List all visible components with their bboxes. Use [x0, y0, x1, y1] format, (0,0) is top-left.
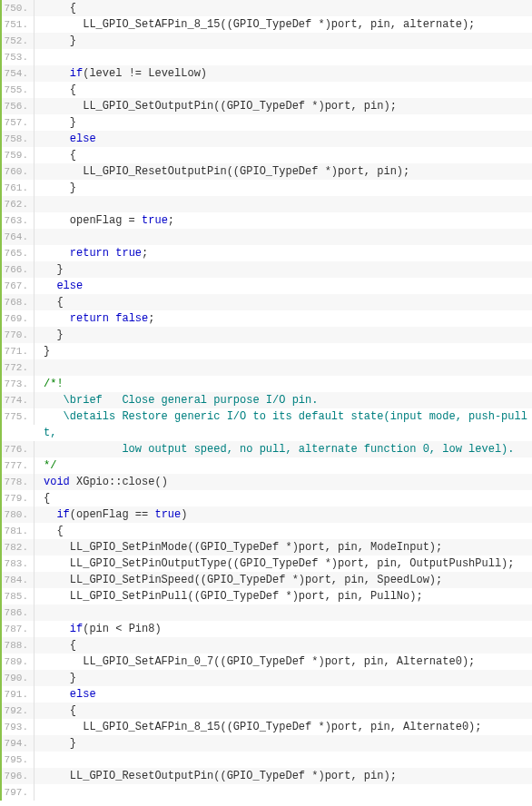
code-content[interactable]: [38, 229, 532, 245]
code-line[interactable]: 775. \details Restore generic I/O to its…: [2, 408, 532, 425]
code-line[interactable]: 765. return true;: [2, 245, 532, 261]
code-content[interactable]: else: [38, 278, 532, 294]
code-content[interactable]: [38, 604, 532, 621]
code-content[interactable]: LL_GPIO_ResetOutputPin((GPIO_TypeDef *)p…: [38, 768, 532, 784]
code-line[interactable]: 788. {: [2, 637, 532, 654]
code-content[interactable]: \brief Close general purpose I/O pin.: [38, 392, 532, 408]
code-line[interactable]: 750. {: [2, 0, 532, 16]
code-content[interactable]: }: [38, 670, 532, 686]
code-line[interactable]: 790. }: [2, 670, 532, 686]
code-line[interactable]: 785. LL_GPIO_SetPinPull((GPIO_TypeDef *)…: [2, 588, 532, 604]
code-content[interactable]: }: [38, 180, 532, 196]
code-content[interactable]: {: [38, 82, 532, 98]
code-content[interactable]: {: [38, 490, 532, 506]
code-line[interactable]: 791. else: [2, 686, 532, 703]
code-line[interactable]: 756. LL_GPIO_SetOutputPin((GPIO_TypeDef …: [2, 98, 532, 114]
code-content[interactable]: if(level != LevelLow): [38, 65, 532, 82]
code-line[interactable]: 754. if(level != LevelLow): [2, 65, 532, 82]
code-line[interactable]: 794. }: [2, 735, 532, 752]
code-line[interactable]: 758. else: [2, 131, 532, 147]
code-line[interactable]: 793. LL_GPIO_SetAFPin_8_15((GPIO_TypeDef…: [2, 719, 532, 735]
code-content[interactable]: /*!: [38, 376, 532, 392]
code-line[interactable]: 773./*!: [2, 376, 532, 392]
code-line[interactable]: 782. LL_GPIO_SetPinMode((GPIO_TypeDef *)…: [2, 539, 532, 555]
code-line[interactable]: 772.: [2, 359, 532, 376]
code-content[interactable]: LL_GPIO_SetPinPull((GPIO_TypeDef *)port,…: [38, 588, 532, 604]
code-line[interactable]: 760. LL_GPIO_ResetOutputPin((GPIO_TypeDe…: [2, 163, 532, 180]
code-content[interactable]: }: [38, 343, 532, 359]
code-content[interactable]: */: [38, 457, 532, 474]
code-content[interactable]: LL_GPIO_SetPinMode((GPIO_TypeDef *)port,…: [38, 539, 532, 555]
code-content[interactable]: return false;: [38, 310, 532, 327]
code-line[interactable]: 770. }: [2, 327, 532, 343]
code-line[interactable]: 767. else: [2, 278, 532, 294]
code-line[interactable]: 776. low output speed, no pull, alternat…: [2, 441, 532, 457]
code-line[interactable]: 763. openFlag = true;: [2, 212, 532, 229]
code-content[interactable]: [38, 359, 532, 376]
code-content[interactable]: else: [38, 131, 532, 147]
code-line[interactable]: 795.: [2, 752, 532, 768]
code-line[interactable]: 787. if(pin < Pin8): [2, 621, 532, 637]
code-line[interactable]: 780. if(openFlag == true): [2, 506, 532, 523]
code-content[interactable]: \details Restore generic I/O to its defa…: [38, 408, 532, 425]
code-content[interactable]: LL_GPIO_SetAFPin_8_15((GPIO_TypeDef *)po…: [38, 719, 532, 735]
code-line[interactable]: 768. {: [2, 294, 532, 310]
code-content[interactable]: [38, 49, 532, 65]
code-line[interactable]: 759. {: [2, 147, 532, 163]
code-line[interactable]: 764.: [2, 229, 532, 245]
code-content[interactable]: {: [38, 147, 532, 163]
code-line[interactable]: 796. LL_GPIO_ResetOutputPin((GPIO_TypeDe…: [2, 768, 532, 784]
code-line[interactable]: 752. }: [2, 33, 532, 49]
code-content[interactable]: LL_GPIO_SetPinSpeed((GPIO_TypeDef *)port…: [38, 572, 532, 588]
code-line[interactable]: 753.: [2, 49, 532, 65]
code-content[interactable]: }: [38, 33, 532, 49]
code-content[interactable]: if(openFlag == true): [38, 506, 532, 523]
code-content[interactable]: }: [38, 114, 532, 131]
code-content[interactable]: LL_GPIO_SetAFPin_8_15((GPIO_TypeDef *)po…: [38, 16, 532, 33]
code-line[interactable]: 769. return false;: [2, 310, 532, 327]
code-content[interactable]: {: [38, 294, 532, 310]
code-line[interactable]: 779.{: [2, 490, 532, 506]
code-line[interactable]: 771.}: [2, 343, 532, 359]
code-line[interactable]: 778.void XGpio::close(): [2, 474, 532, 490]
code-line[interactable]: 757. }: [2, 114, 532, 131]
code-content[interactable]: LL_GPIO_SetPinOutputType((GPIO_TypeDef *…: [38, 555, 532, 572]
code-content[interactable]: else: [38, 686, 532, 703]
code-content[interactable]: [38, 196, 532, 212]
code-line[interactable]: 774. \brief Close general purpose I/O pi…: [2, 392, 532, 408]
code-line[interactable]: 751. LL_GPIO_SetAFPin_8_15((GPIO_TypeDef…: [2, 16, 532, 33]
code-line[interactable]: 761. }: [2, 180, 532, 196]
code-content[interactable]: }: [38, 261, 532, 278]
code-content[interactable]: }: [38, 735, 532, 752]
code-line[interactable]: 792. {: [2, 703, 532, 719]
code-content[interactable]: {: [38, 0, 532, 16]
code-content[interactable]: low output speed, no pull, alternate fun…: [38, 441, 532, 457]
code-content[interactable]: {: [38, 523, 532, 539]
code-content[interactable]: {: [38, 637, 532, 654]
code-content[interactable]: LL_GPIO_SetOutputPin((GPIO_TypeDef *)por…: [38, 98, 532, 114]
code-line[interactable]: 797.: [2, 784, 532, 801]
code-content[interactable]: }: [38, 327, 532, 343]
code-content[interactable]: return true;: [38, 245, 532, 261]
code-content[interactable]: LL_GPIO_SetAFPin_0_7((GPIO_TypeDef *)por…: [38, 654, 532, 670]
code-line[interactable]: 789. LL_GPIO_SetAFPin_0_7((GPIO_TypeDef …: [2, 654, 532, 670]
code-content[interactable]: [38, 752, 532, 768]
code-content[interactable]: t,: [38, 425, 532, 441]
code-line[interactable]: 762.: [2, 196, 532, 212]
code-content[interactable]: openFlag = true;: [38, 212, 532, 229]
code-content[interactable]: if(pin < Pin8): [38, 621, 532, 637]
line-number: 775.: [2, 408, 34, 425]
code-content[interactable]: {: [38, 703, 532, 719]
code-content[interactable]: [38, 784, 532, 801]
code-content[interactable]: void XGpio::close(): [38, 474, 532, 490]
code-line[interactable]: 786.: [2, 604, 532, 621]
code-line[interactable]: 777.*/: [2, 457, 532, 474]
code-content[interactable]: LL_GPIO_ResetOutputPin((GPIO_TypeDef *)p…: [38, 163, 532, 180]
code-editor[interactable]: 750. {751. LL_GPIO_SetAFPin_8_15((GPIO_T…: [0, 0, 532, 801]
code-line[interactable]: 784. LL_GPIO_SetPinSpeed((GPIO_TypeDef *…: [2, 572, 532, 588]
code-line[interactable]: t,: [2, 425, 532, 441]
code-line[interactable]: 781. {: [2, 523, 532, 539]
code-line[interactable]: 783. LL_GPIO_SetPinOutputType((GPIO_Type…: [2, 555, 532, 572]
code-line[interactable]: 755. {: [2, 82, 532, 98]
code-line[interactable]: 766. }: [2, 261, 532, 278]
